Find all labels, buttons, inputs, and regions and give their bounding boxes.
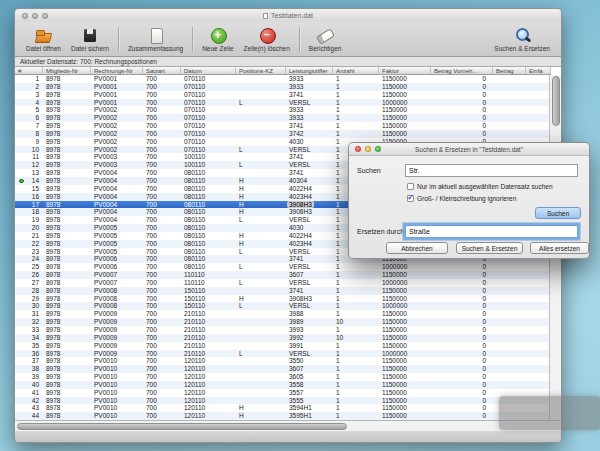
search-replace-button[interactable]: Suchen & Ersetzen	[456, 242, 523, 254]
toolbar-berichtigen[interactable]: Berichtigen	[304, 26, 347, 53]
checkbox-unchecked-icon[interactable]	[407, 183, 414, 190]
column-header[interactable]: Positions-KZ	[236, 67, 286, 74]
toolbar-suchen-ersetzen[interactable]: Suchen & Ersetzen	[489, 26, 555, 53]
table-row[interactable]: 388978PV00107001201103607111500000	[15, 365, 551, 373]
cell: 34	[15, 334, 43, 342]
cell: 17	[15, 201, 43, 209]
cell: 41	[15, 389, 43, 397]
replace-input[interactable]	[405, 225, 578, 238]
table-row[interactable]: 348978PV000970021011039921011500000	[15, 334, 551, 342]
table-row[interactable]: 88978PV00027000701103742111500000	[15, 130, 551, 138]
column-header[interactable]: Satzart	[143, 67, 181, 74]
cell: 1	[333, 404, 379, 412]
cell: 8978	[43, 83, 91, 91]
cell: 3992	[286, 334, 333, 342]
toolbar-datei-sichern[interactable]: Datei sichern	[66, 26, 114, 53]
cell	[493, 295, 526, 303]
checkbox-checked-icon[interactable]	[407, 195, 414, 202]
table-row[interactable]: 448978PV0010700120110H3595H1111500000	[15, 412, 551, 420]
toolbar-zeilen-loeschen[interactable]: Zeile(n) löschen	[239, 26, 295, 53]
dialog-titlebar[interactable]: Suchen & Ersetzen in "Testdaten.dat"	[349, 143, 589, 156]
table-row[interactable]: 408978PV00107001201103558111500000	[15, 381, 551, 389]
table-row[interactable]: 258978PV0006700080110LVERSL110000000	[15, 263, 551, 271]
cell	[236, 318, 286, 326]
cancel-button[interactable]: Abbrechen	[386, 242, 448, 254]
vertical-scrollbar-thumb[interactable]	[552, 76, 560, 126]
document-proxy-icon	[263, 13, 268, 19]
checkbox-current-record[interactable]: Nur im aktuell ausgewählten Datensatz su…	[407, 183, 553, 190]
table-row[interactable]: 288978PV00087001501103741111500000	[15, 287, 551, 295]
column-header[interactable]: Faktor	[379, 67, 431, 74]
cell: 120110	[181, 404, 236, 412]
table-row[interactable]: 278978PV0007700110110LVERSL110000000	[15, 279, 551, 287]
column-header[interactable]: Betrag Vorneh...	[431, 67, 493, 74]
table-row[interactable]: 58978PV00027000701103933111500000	[15, 106, 551, 114]
table-row[interactable]: 368978PV0009700210110LVERSL110000000	[15, 350, 551, 358]
cell: 700	[143, 83, 181, 91]
cell: PV0009	[91, 318, 143, 326]
column-header[interactable]: Leistungsziffer	[286, 67, 333, 74]
horizontal-scrollbar-thumb[interactable]	[17, 423, 347, 430]
cell: 31	[15, 310, 43, 318]
cell: 44	[15, 412, 43, 420]
cell: 700	[143, 99, 181, 107]
cell: VERSL	[286, 146, 333, 154]
cell	[493, 99, 526, 107]
table-row[interactable]: 328978PV000970021011039891011500000	[15, 318, 551, 326]
table-row[interactable]: 298978PV0008700150110H3908H3111500000	[15, 295, 551, 303]
toolbar-datei-oeffnen[interactable]: Datei öffnen	[21, 26, 66, 53]
table-row[interactable]: 398978PV00107001201103605111500000	[15, 373, 551, 381]
cell: 700	[143, 342, 181, 350]
horizontal-scrollbar[interactable]	[15, 420, 561, 431]
table-row[interactable]: 78978PV00027000701103741111500000	[15, 122, 551, 130]
cell: 8978	[43, 318, 91, 326]
toolbar-zusammenfassung[interactable]: Zusammenfassung	[123, 26, 188, 53]
cell: PV0004	[91, 177, 143, 185]
table-row[interactable]: 428978PV00107001201103555111500000	[15, 397, 551, 405]
cell: 0	[431, 326, 493, 334]
cell: 110110	[181, 271, 236, 279]
cell: VERSL	[286, 279, 333, 287]
cell: 070110	[181, 130, 236, 138]
cell: PV0004	[91, 193, 143, 201]
cell: 080110	[181, 216, 236, 224]
cell: 4030	[286, 224, 333, 232]
table-row[interactable]: 358978PV00097002101103991111500000	[15, 342, 551, 350]
cell	[526, 106, 551, 114]
table-row[interactable]: 318978PV00097002101103988111500000	[15, 310, 551, 318]
cell: 3933	[286, 75, 333, 83]
table-row[interactable]: 438978PV0010700120110H3594H1111500000	[15, 404, 551, 412]
table-row[interactable]: 28978PV00017000701103933111500000	[15, 83, 551, 91]
column-header[interactable]: Anzahl	[333, 67, 379, 74]
table-row[interactable]: 308978PV0008700150110LVERSL110000000	[15, 302, 551, 310]
checkbox-ignore-case[interactable]: Groß- / Kleinschreibung ignorieren	[407, 195, 516, 202]
toolbar-label: Suchen & Ersetzen	[494, 45, 550, 52]
table-row[interactable]: 18978PV00017000701103933111500000	[15, 75, 551, 83]
search-input[interactable]	[405, 164, 578, 177]
cell: 1	[333, 271, 379, 279]
column-header[interactable]: Mitglieds-Nr	[43, 67, 91, 74]
cell: 210110	[181, 342, 236, 350]
toolbar-neue-zeile[interactable]: Neue Zeile	[197, 26, 238, 53]
column-header[interactable]: Rechnungs-Nr	[91, 67, 143, 74]
table-row[interactable]: 378978PV00107001201103550111500000	[15, 357, 551, 365]
column-header[interactable]: Betrag	[493, 67, 526, 74]
table-row[interactable]: 38978PV00017000701103741111500000	[15, 91, 551, 99]
table-row[interactable]: 268978PV00077001101103607111500000	[15, 271, 551, 279]
table-row[interactable]: 338978PV00097002101103993111500000	[15, 326, 551, 334]
table-row[interactable]: 48978PV0001700070110LVERSL110000000	[15, 99, 551, 107]
cell: 1	[333, 279, 379, 287]
search-button[interactable]: Suchen	[535, 207, 581, 219]
table-row[interactable]: 418978PV00107001201103557111500000	[15, 389, 551, 397]
cell: 1	[333, 130, 379, 138]
cell: 23	[15, 248, 43, 256]
column-header[interactable]: Datum	[181, 67, 236, 74]
column-header[interactable]: #	[15, 67, 43, 74]
replace-all-button[interactable]: Alles ersetzen	[530, 242, 589, 254]
column-header[interactable]: Einfa	[526, 67, 551, 74]
table-row[interactable]: 68978PV00027000701103933111500000	[15, 114, 551, 122]
titlebar[interactable]: Testdaten.dat	[15, 9, 561, 22]
cell	[236, 255, 286, 263]
cell	[526, 279, 551, 287]
cell: 8978	[43, 287, 91, 295]
